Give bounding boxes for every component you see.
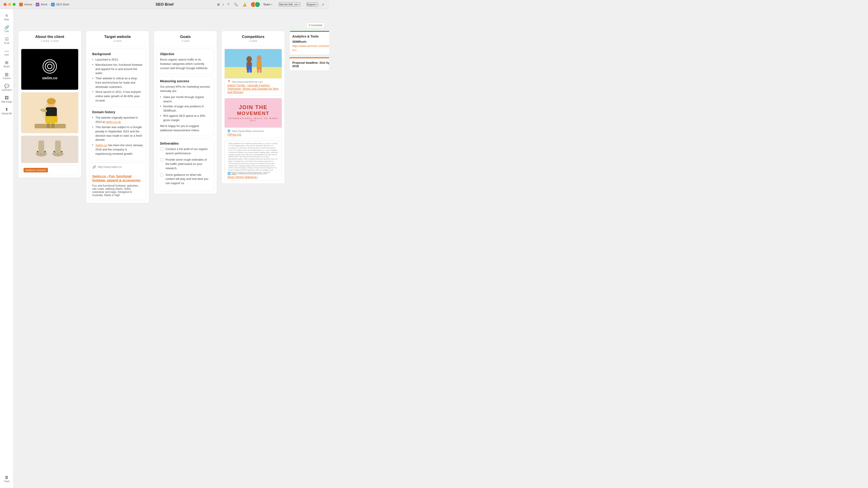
maximize-button[interactable]	[13, 3, 16, 6]
breadcrumb-home[interactable]: Home	[24, 3, 32, 6]
objective-card: Objective Boost organic search traffic t…	[157, 49, 214, 74]
semrush-link[interactable]: https://www.semrush.com/info/swiim.c	[292, 44, 329, 52]
right-sidebar: Analytics & Tools SEMRush: https://www.s…	[289, 31, 329, 71]
deliverables-card: Deliverables Conduct a full audit of our…	[157, 138, 214, 191]
checkbox-3[interactable]	[160, 173, 163, 176]
sidebar-item-line[interactable]: — Line	[0, 47, 13, 58]
island-trends-url: 📍 http://www.islandtrends.com	[227, 80, 279, 83]
secret-link-button[interactable]: Secret link: on ▾	[279, 2, 300, 6]
addimage-icon: 🖼	[5, 96, 9, 100]
checkbox-2[interactable]	[160, 158, 163, 161]
svg-rect-30	[257, 67, 259, 73]
sidebar-item-column[interactable]: ▥ Column	[0, 70, 13, 81]
sidebar-item-note[interactable]: ≡ Note	[0, 12, 13, 23]
international-text: INTERNATIONAL WALK TO WORK DAY	[225, 117, 282, 122]
domain-header: Domain history	[92, 110, 143, 114]
swiim-site-link[interactable]: Swiim.co - Fun, functional footwear, app…	[92, 174, 141, 182]
column-competitors-title: Competitors	[225, 35, 281, 39]
upload-icon: ⬆	[5, 107, 8, 111]
column-goals-header: Goals 3 cards	[154, 31, 217, 46]
svg-rect-12	[35, 124, 66, 128]
column-competitors: Competitors 3 cards	[221, 31, 285, 184]
svg-rect-27	[250, 66, 252, 73]
column-about: About the client 1 board, 4 cards swiim.…	[18, 31, 81, 178]
fashion-card	[21, 92, 79, 133]
sidebar-upload-label: Upload file	[1, 112, 12, 115]
column-target-body: Background Launched in 2013. Manufacture…	[86, 46, 149, 203]
team-button[interactable]: Team ▾	[263, 3, 272, 6]
svg-point-1	[45, 62, 54, 71]
objective-text: Boost organic search traffic to its foot…	[160, 58, 211, 70]
titlebar-right: 🖥 3 ? 🔍 🔔 Team ▾ | Secret link: on ▾ | E…	[216, 2, 326, 7]
breadcrumb-sep-1: ›	[33, 3, 34, 6]
breadcrumb-seo[interactable]: SEO Brief	[56, 3, 69, 6]
work-icon: W	[36, 3, 39, 6]
column-competitors-header: Competitors 3 cards	[222, 31, 285, 46]
sidebar-item-comment[interactable]: 💬 Comment	[0, 82, 13, 93]
fitflop-link[interactable]: FitFlop US	[227, 133, 279, 136]
export-button[interactable]: Export ▾	[307, 2, 318, 6]
sidebar-todo-label: To-do	[4, 42, 9, 44]
expand-icon[interactable]: ⤢	[321, 2, 326, 7]
team-chevron-icon: ▾	[271, 3, 272, 6]
sidebar-addimage-label: Add image	[1, 101, 12, 103]
column-goals-sub: 3 cards	[158, 39, 213, 42]
breadcrumb: ⌂ Home › W Work › S SEO Brief	[19, 3, 69, 6]
column-competitors-body: 📍 http://www.islandtrends.com Island Tre…	[222, 46, 285, 184]
swiim-link-card: 🔗 http://www.swiim.co Swiim.co - Fun, fu…	[89, 162, 146, 200]
svg-rect-31	[260, 67, 262, 73]
checkbox-1[interactable]	[160, 148, 163, 151]
island-trends-link[interactable]: Island Trends - Upscale Fashion, Swimwea…	[227, 84, 279, 94]
swiim-logo-card: swiim.co	[21, 49, 79, 90]
analytics-card-body: Analytics & Tools SEMRush: https://www.s…	[289, 32, 329, 55]
sidebar-item-link[interactable]: 🔗 Link	[0, 24, 13, 34]
sidebar-item-addimage[interactable]: 🖼 Add image	[0, 94, 13, 105]
kpi-3: ROI against SEO spend at a 30% gross mar…	[160, 114, 211, 123]
objective-section: Objective Boost organic search traffic t…	[157, 49, 214, 73]
measuring-intro: Our primary KPIs for marketing success i…	[160, 85, 211, 93]
svg-point-6	[47, 98, 56, 104]
deliverable-3: Some guidance on what role content will …	[160, 173, 211, 186]
bell-icon[interactable]: 🔔	[242, 2, 248, 7]
swiim-couk-link[interactable]: swiim.co.uk	[105, 120, 121, 124]
bullet-item: Launched in 2013.	[92, 58, 143, 62]
column-target-sub: 3 cards	[90, 39, 145, 42]
swiim-url-row: 🔗 http://www.swiim.co	[89, 163, 146, 171]
sidebar-link-label: Link	[4, 30, 8, 33]
breadcrumb-work[interactable]: Work	[41, 3, 48, 6]
tommy-image: FREE SHIPPING ON ALL ORDERS* *FREE SMART…	[225, 141, 282, 170]
svg-rect-10	[45, 116, 57, 123]
monitor-icon[interactable]: 🖥	[216, 2, 221, 7]
kpi-1: Sales per month through organic search.	[160, 95, 211, 104]
bullet-item: Manufactures fun, functional footwear an…	[92, 63, 143, 75]
sidebar-item-upload[interactable]: ⬆ Upload file	[0, 106, 13, 117]
sidebar: ≡ Note 🔗 Link ☑ To-do — Line ⊞ Board ▥ C…	[0, 9, 13, 207]
column-goals-title: Goals	[158, 35, 213, 39]
background-header: Background	[92, 52, 143, 56]
page-title: SEO Brief	[156, 2, 174, 7]
fitflop-url: 🌐 https://www.fitflop.com/us/en/	[227, 129, 279, 132]
column-competitors-sub: 3 cards	[225, 39, 281, 42]
minimize-button[interactable]	[8, 3, 11, 6]
measuring-footer: We're happy for you to suggest additiona…	[160, 124, 211, 133]
search-icon[interactable]: 🔍	[233, 2, 239, 7]
sidebar-line-label: Line	[4, 54, 9, 56]
domain-bullets: The website originally launched in 2013 …	[92, 116, 143, 156]
sidebar-item-todo[interactable]: ☑ To-do	[0, 35, 13, 46]
sidebar-comment-label: Comment	[2, 89, 11, 91]
proposal-card: Proposal deadline: 31st April 2018	[289, 57, 329, 71]
svg-rect-23	[225, 67, 282, 78]
shipping-fine-print: *FREE SMARTPOST® SHIPPING ENDS APRIL 13,…	[228, 142, 278, 176]
shoes-figure-svg	[21, 136, 78, 163]
swiim-description: Fun and functional footwear, galoshes, r…	[92, 184, 143, 197]
help-icon[interactable]: ?	[226, 2, 230, 7]
svg-point-28	[257, 55, 262, 61]
swiim-co-link[interactable]: Swiim.co	[95, 143, 107, 147]
unsorted-button[interactable]: 0 Unsorted	[306, 23, 324, 28]
sidebar-item-board[interactable]: ⊞ Board	[0, 59, 13, 70]
close-button[interactable]	[4, 3, 6, 6]
secret-link-label: Secret link: on	[279, 3, 298, 6]
audience-research-label: Audience research	[24, 168, 48, 172]
kpi-2: Number of page one positions in SEMRush.	[160, 104, 211, 113]
proposal-body: Proposal deadline: 31st April 2018	[289, 58, 329, 70]
